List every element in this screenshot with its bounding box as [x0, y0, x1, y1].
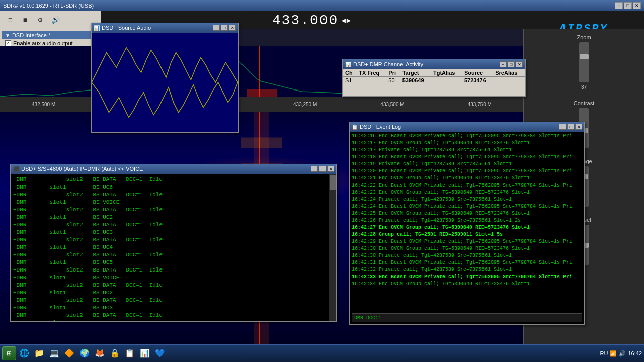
enable-aux-label: Enable aux audio output: [13, 40, 73, 46]
dmr-col-txfreq: TX Freq: [357, 69, 386, 77]
event-log-maximize[interactable]: □: [567, 124, 574, 130]
event-log-status: DMR DCC:1: [352, 313, 582, 322]
zoom-thumb: [580, 54, 589, 59]
audio-waveform: [92, 33, 238, 132]
minimize-button[interactable]: −: [615, 2, 623, 9]
dmr-channel-table: Ch TX Freq Pri Target TgtAlias Source Sr…: [343, 69, 525, 84]
title-bar-buttons: − □ ✕: [615, 2, 641, 9]
event-log-close[interactable]: ✕: [575, 124, 582, 130]
main-title-bar: SDR# v1.0.0.1629 - RTL-SDR (USB) − □ ✕: [0, 0, 644, 11]
terminal-line: +DMR slot2 BS DATA DCC=1 Idle: [13, 206, 334, 214]
start-button[interactable]: ⊞: [2, 346, 16, 360]
dmr-cell-target: 5390649: [400, 77, 431, 84]
dmr-channel-close[interactable]: ✕: [516, 61, 523, 67]
dsd-audio-close[interactable]: ✕: [229, 25, 236, 31]
dmr-channel-window: 📊 DSD+ DMR Channel Activity − □ ✕ Ch TX …: [342, 59, 526, 97]
terminal-line: +DMR slot1 BS UC4: [13, 244, 334, 251]
settings-icon[interactable]: ⚙: [34, 14, 46, 26]
terminal-line: +DMR slot1 BS UC2: [13, 214, 334, 221]
taskbar-chrome-icon[interactable]: 🌍: [77, 346, 92, 360]
event-log-line: 16:42:18 Enc Bcast OVCM Private call; Tg…: [352, 154, 582, 161]
zoom-label: Zoom: [577, 34, 591, 40]
event-log-line: 16:42:16 Enc Bcast OVCM Private call; Tg…: [352, 133, 582, 140]
event-log-line: 16:42:34 Enc OVCM Group call; TG=5390649…: [352, 281, 582, 288]
stop-icon[interactable]: ■: [19, 14, 31, 26]
dmr-col-ch: Ch: [343, 69, 357, 77]
taskbar-firefox-icon[interactable]: 🦊: [93, 346, 107, 360]
dmr-col-pri: Pri: [386, 69, 400, 77]
taskbar-app1-icon[interactable]: 🔶: [62, 346, 76, 360]
dsd-terminal-close[interactable]: ✕: [327, 166, 334, 172]
dsd-terminal-buttons: − □ ✕: [311, 166, 334, 172]
dsd-terminal-title: DSD+ S/S=4800 (Auto) P=DMR (Auto) << VOI…: [21, 166, 143, 172]
event-log-line: 16:42:33 Enc Bcast OVCM Private call; Tg…: [352, 274, 582, 281]
frequency-arrows[interactable]: ◀▶: [341, 16, 352, 25]
audio-icon[interactable]: 🔊: [49, 14, 61, 26]
dsd-terminal-window: ⬛ DSD+ S/S=4800 (Auto) P=DMR (Auto) << V…: [10, 164, 337, 322]
taskbar-sound-icon: 🔊: [619, 350, 626, 357]
dmr-channel-minimize[interactable]: −: [500, 61, 507, 67]
event-log-window: 📋 DSD+ Event Log − □ ✕ 16:42:16 Enc Bcas…: [349, 122, 585, 325]
freq-mark-5: 433,500 M: [380, 102, 404, 107]
windows-icon: ⊞: [7, 350, 12, 357]
dmr-channel-maximize[interactable]: □: [508, 61, 515, 67]
freq-mark-4: 433,250 M: [293, 102, 317, 107]
frequency-value: 433.000: [272, 13, 339, 28]
dmr-col-target: Target: [400, 69, 431, 77]
taskbar-app5-icon[interactable]: 💙: [153, 346, 167, 360]
terminal-line: +DMR slot1 BS VOICE: [13, 199, 334, 206]
frequency-ruler: 432,500 M 432,750 M 433,000 M 433,250 M …: [0, 97, 523, 112]
enable-aux-checkbox[interactable]: ✓: [5, 40, 11, 46]
event-log-status-text: DMR DCC:1: [354, 315, 381, 321]
taskbar-app3-icon[interactable]: 📋: [123, 346, 137, 360]
scrollbar-thumb[interactable]: [330, 175, 336, 190]
dsd-audio-buttons: − □ ✕: [213, 25, 236, 31]
terminal-line: +DMR slot2 BS DATA DCC=1 Idle: [13, 282, 334, 289]
terminal-line: +DMR slot1 BS UC3: [13, 229, 334, 236]
event-log-titlebar: 📋 DSD+ Event Log − □ ✕: [350, 122, 584, 132]
terminal-line: +DMR slot1 BS UC6: [13, 184, 334, 191]
dmr-col-source: Source: [462, 69, 493, 77]
terminal-line: +DMR slot2 BS DATA DCC=1 Idle: [13, 297, 334, 304]
svg-rect-4: [242, 137, 282, 148]
terminal-line: +DMR slot2 BS DATA DCC=1 Idle: [13, 221, 334, 229]
dsd-terminal-minimize[interactable]: −: [311, 166, 318, 172]
dsd-terminal-maximize[interactable]: □: [319, 166, 326, 172]
dmr-cell-source: 5723476: [462, 77, 493, 84]
taskbar-app4-icon[interactable]: 📊: [138, 346, 152, 360]
dmr-cell-txfreq: [357, 77, 386, 84]
dsd-audio-minimize[interactable]: −: [213, 25, 220, 31]
maximize-button[interactable]: □: [624, 2, 632, 9]
close-button[interactable]: ✕: [633, 2, 641, 9]
event-log-title: DSD+ Event Log: [360, 124, 401, 130]
event-log-line: 16:42:24 Enc Bcast OVCM Private call; Tg…: [352, 203, 582, 210]
event-log-line: 16:42:30 Private call; Tgt=4287589 Src=7…: [352, 252, 582, 259]
terminal-content: +DMR slot2 BS DATA DCC=1 Idle+DMR slot1 …: [11, 174, 336, 321]
dmr-channel-titlebar: 📊 DSD+ DMR Channel Activity − □ ✕: [343, 59, 525, 69]
taskbar-folder-icon[interactable]: 📁: [32, 346, 46, 360]
taskbar: ⊞ 🌐 📁 💻 🔶 🌍 🦊 🔒 📋 📊 💙 RU 📶 🔊 16:42: [0, 344, 644, 362]
event-log-line: 16:42:25 Enc OVCM Group call; TG=5390649…: [352, 210, 582, 217]
terminal-line: +DMR slot1 BS UC2: [13, 289, 334, 297]
terminal-scrollbar[interactable]: [329, 174, 336, 321]
taskbar-computer-icon[interactable]: 💻: [47, 346, 61, 360]
menu-icon[interactable]: ≡: [4, 14, 16, 26]
terminal-line: +DMR slot2 BS DATA DCC=1 Idle: [13, 236, 334, 244]
dsd-audio-maximize[interactable]: □: [221, 25, 228, 31]
event-log-line: 16:42:31 Enc Bcast OVCM Private call; Tg…: [352, 259, 582, 266]
event-log-line: 16:42:23 Enc OVCM Group call; TG=5390649…: [352, 189, 582, 196]
event-log-line: 16:42:21 Enc OVCM Group call; TG=5390649…: [352, 175, 582, 182]
event-log-minimize[interactable]: −: [559, 124, 566, 130]
waveform-svg: [92, 33, 238, 132]
dsd-audio-window: 📊 DSD+ Source Audio − □ ✕: [91, 23, 239, 133]
taskbar-ie-icon[interactable]: 🌐: [17, 346, 31, 360]
terminal-line: +DMR slot2 BS DATA DCC=1 Idle: [13, 251, 334, 259]
dmr-cell-pri: 50: [386, 77, 400, 84]
zoom-slider[interactable]: [579, 42, 589, 82]
taskbar-app2-icon[interactable]: 🔒: [108, 346, 122, 360]
dmr-cell-tgtalias: [431, 77, 462, 84]
terminal-line: +DMR slot2 BS DATA DCC=1 Idle: [13, 266, 334, 274]
event-log-buttons: − □ ✕: [559, 124, 582, 130]
main-title: SDR# v1.0.0.1629 - RTL-SDR (USB): [3, 3, 94, 9]
dmr-cell-srcalias: [493, 77, 525, 84]
